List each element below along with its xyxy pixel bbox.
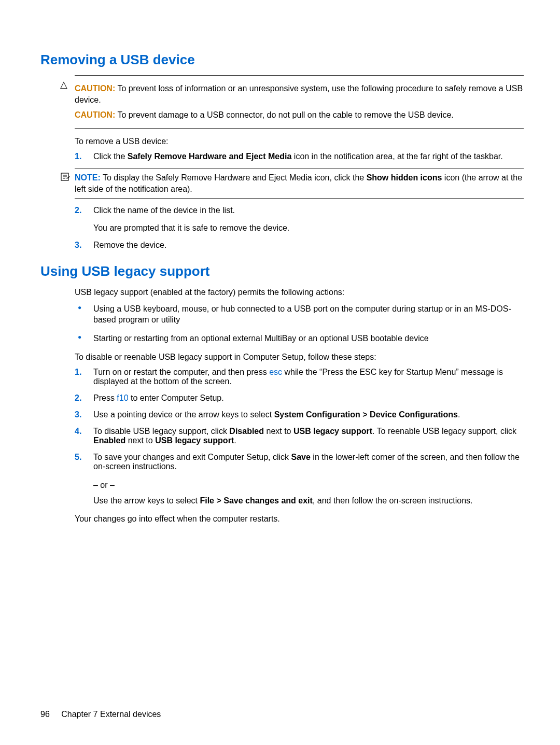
chapter-label: Chapter 7 External devices <box>61 710 161 719</box>
step-text: To save your changes and exit Computer S… <box>93 453 520 471</box>
step-number: 1. <box>75 368 81 377</box>
caution-body: To prevent loss of information or an unr… <box>75 84 523 104</box>
step-after: You are prompted that it is safe to remo… <box>93 222 524 234</box>
step-2: 2. Press f10 to enter Computer Setup. <box>75 393 524 403</box>
caution-label: CAUTION: <box>75 84 115 93</box>
caution-block-1: △ CAUTION: To prevent loss of informatio… <box>75 75 524 129</box>
key-f10: f10 <box>117 393 128 402</box>
step-text: Remove the device. <box>93 241 166 249</box>
page-number: 96 <box>40 710 50 719</box>
step-text: Click the Safely Remove Hardware and Eje… <box>93 152 503 161</box>
caution-label: CAUTION: <box>75 110 115 119</box>
step-5: 5. To save your changes and exit Compute… <box>75 453 524 506</box>
note-block: NOTE: To display the Safely Remove Hardw… <box>75 168 524 198</box>
page-footer: 96 Chapter 7 External devices <box>40 710 161 719</box>
note-icon <box>60 172 71 184</box>
closing-text: Your changes go into effect when the com… <box>75 513 524 525</box>
step-number: 2. <box>75 393 81 403</box>
caution-text-2: CAUTION: To prevent damage to a USB conn… <box>75 109 524 121</box>
step-text: Turn on or restart the computer, and the… <box>93 368 503 386</box>
heading-legacy-support: Using USB legacy support <box>40 263 524 279</box>
step-1: 1. Click the Safely Remove Hardware and … <box>75 152 524 198</box>
bullet-item: Using a USB keyboard, mouse, or hub conn… <box>75 303 524 326</box>
step-text: Press f10 to enter Computer Setup. <box>93 393 224 402</box>
step-4: 4. To disable USB legacy support, click … <box>75 427 524 445</box>
step-alt-text: Use the arrow keys to select File > Save… <box>93 495 524 507</box>
step-text: Use a pointing device or the arrow keys … <box>93 410 460 419</box>
or-separator: – or – <box>93 480 524 491</box>
key-esc: esc <box>269 368 282 376</box>
step-1: 1. Turn on or restart the computer, and … <box>75 368 524 386</box>
intro-text: USB legacy support (enabled at the facto… <box>75 287 524 298</box>
step-3: 3. Use a pointing device or the arrow ke… <box>75 410 524 419</box>
step-text: Click the name of the device in the list… <box>93 206 235 215</box>
step-2: 2. Click the name of the device in the l… <box>75 206 524 234</box>
caution-icon: △ <box>60 79 67 90</box>
note-text: NOTE: To display the Safely Remove Hardw… <box>75 172 524 194</box>
step-number: 5. <box>75 453 81 462</box>
note-label: NOTE: <box>75 173 101 182</box>
bullet-item: Starting or restarting from an optional … <box>75 333 524 344</box>
heading-removing-usb: Removing a USB device <box>40 52 524 68</box>
caution-text-1: CAUTION: To prevent loss of information … <box>75 83 524 105</box>
step-text: To disable USB legacy support, click Dis… <box>93 427 516 445</box>
step-number: 3. <box>75 410 81 419</box>
step-number: 1. <box>75 152 81 161</box>
step-number: 4. <box>75 427 81 436</box>
caution-body: To prevent damage to a USB connector, do… <box>117 110 453 119</box>
step-number: 2. <box>75 206 81 215</box>
intro-text-2: To disable or reenable USB legacy suppor… <box>75 352 524 363</box>
intro-text: To remove a USB device: <box>75 136 524 147</box>
step-3: 3. Remove the device. <box>75 241 524 250</box>
step-number: 3. <box>75 241 81 250</box>
